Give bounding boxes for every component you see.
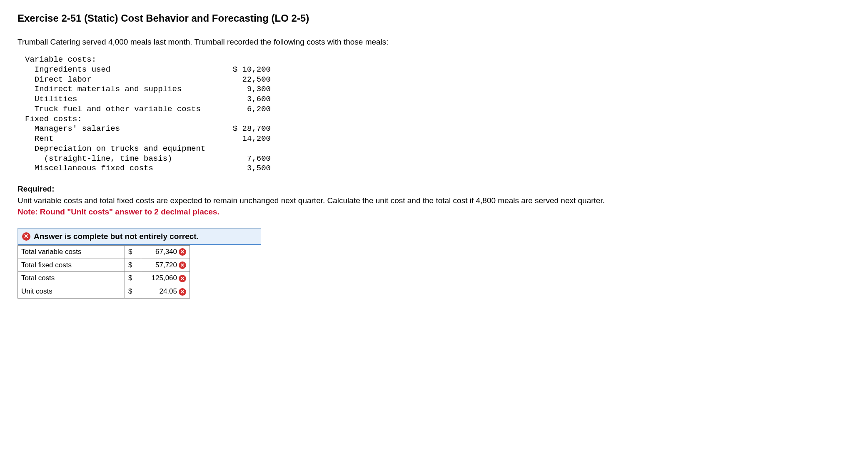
answer-label: Total costs [18, 272, 125, 285]
table-row: Unit costs$24.05✕ [18, 285, 190, 299]
required-label: Required: [17, 184, 851, 194]
answer-value-cell[interactable]: 57,720✕ [141, 259, 190, 272]
answer-value-cell[interactable]: 125,060✕ [141, 272, 190, 285]
currency-symbol: $ [125, 272, 141, 285]
answer-label: Unit costs [18, 285, 125, 299]
feedback-text: Answer is complete but not entirely corr… [34, 231, 199, 242]
incorrect-icon: ✕ [179, 248, 186, 256]
currency-symbol: $ [125, 259, 141, 272]
answer-label: Total variable costs [18, 245, 125, 259]
intro-text: Trumball Catering served 4,000 meals las… [17, 37, 851, 47]
table-row: Total variable costs$67,340✕ [18, 245, 190, 259]
answer-value: 57,720 [155, 261, 177, 270]
cost-data-block: Variable costs: Ingredients used$ 10,200… [25, 55, 851, 174]
answer-value: 24.05 [159, 287, 177, 296]
page-title: Exercise 2-51 (Static) Cost Behavior and… [17, 12, 851, 25]
currency-symbol: $ [125, 285, 141, 299]
table-row: Total costs$125,060✕ [18, 272, 190, 285]
incorrect-icon: ✕ [179, 275, 186, 282]
required-text: Unit variable costs and total fixed cost… [17, 195, 851, 206]
answer-value-cell[interactable]: 67,340✕ [141, 245, 190, 259]
answer-label: Total fixed costs [18, 259, 125, 272]
incorrect-icon: ✕ [179, 261, 186, 269]
incorrect-icon: ✕ [179, 288, 186, 296]
incorrect-icon: ✕ [22, 232, 30, 241]
table-row: Total fixed costs$57,720✕ [18, 259, 190, 272]
feedback-banner: ✕ Answer is complete but not entirely co… [17, 228, 261, 245]
note-text: Note: Round "Unit costs" answer to 2 dec… [17, 207, 851, 217]
answer-value: 67,340 [155, 247, 177, 257]
currency-symbol: $ [125, 245, 141, 259]
answer-value: 125,060 [152, 274, 177, 283]
answers-table: Total variable costs$67,340✕Total fixed … [17, 245, 190, 299]
answer-value-cell[interactable]: 24.05✕ [141, 285, 190, 299]
